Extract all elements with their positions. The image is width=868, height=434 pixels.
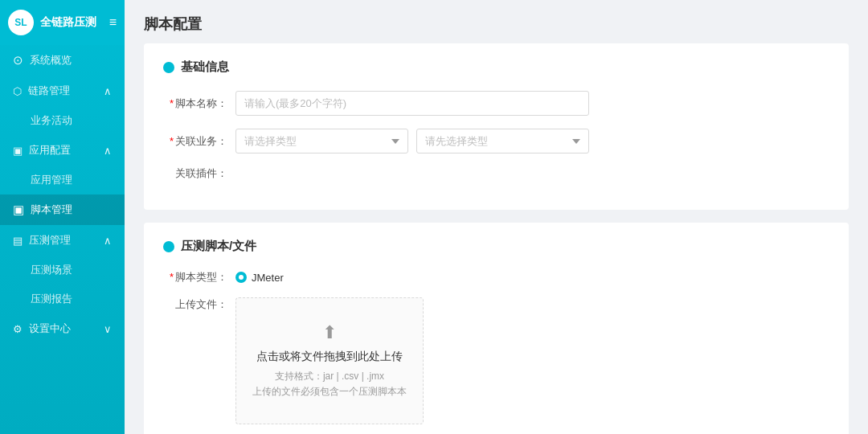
sidebar-item-settings[interactable]: ⚙ 设置中心 ∨ — [0, 313, 125, 344]
script-name-row: 脚本名称： — [163, 91, 829, 116]
sidebar-item-app-mgmt[interactable]: 应用管理 — [0, 166, 125, 194]
sidebar-item-overview[interactable]: ⊙ 系统概览 — [0, 45, 125, 76]
page-title: 脚本配置 — [125, 0, 868, 43]
chevron-down-icon: ∨ — [104, 323, 112, 335]
script-type-row: 脚本类型： JMeter — [163, 270, 829, 285]
script-type-value: JMeter — [252, 272, 284, 284]
sidebar-item-label: 系统概览 — [30, 53, 72, 68]
script-type-label: 脚本类型： — [163, 270, 235, 285]
upload-main-text: 点击或将文件拖拽到此处上传 — [252, 350, 407, 364]
basic-info-title: 基础信息 — [163, 59, 829, 75]
select-group: 请选择类型 请先选择类型 — [235, 129, 589, 154]
sidebar: SL 全链路压测 ≡ ⊙ 系统概览 ⬡ 链路管理 ∧ 业务活动 ▣ 应用配置 ∧… — [0, 0, 125, 434]
upload-icon: ⬆ — [252, 322, 407, 343]
sidebar-item-stress-scene[interactable]: 压测场景 — [0, 256, 125, 285]
sidebar-item-label: 应用配置 — [29, 143, 71, 158]
script-icon: ▣ — [13, 203, 24, 217]
sidebar-item-stress-report[interactable]: 压测报告 — [0, 285, 125, 313]
biz-select-2[interactable]: 请先选择类型 — [416, 129, 589, 154]
app-config-icon: ▣ — [13, 145, 23, 157]
sidebar-title: 全链路压测 — [40, 15, 96, 30]
sidebar-item-business[interactable]: 业务活动 — [0, 106, 125, 135]
upload-label: 上传文件： — [163, 297, 235, 312]
upload-area[interactable]: ⬆ 点击或将文件拖拽到此处上传 支持格式：jar | .csv | .jmx 上… — [235, 297, 424, 424]
section-dot — [163, 62, 174, 73]
sidebar-sub-label: 压测报告 — [31, 293, 72, 305]
sidebar-sub-label: 压测场景 — [31, 264, 72, 276]
sidebar-item-script-mgmt[interactable]: ▣ 脚本管理 — [0, 194, 125, 225]
sidebar-sub-label: 业务活动 — [31, 114, 72, 126]
upload-row: 上传文件： ⬆ 点击或将文件拖拽到此处上传 支持格式：jar | .csv | … — [163, 297, 829, 424]
script-name-input[interactable] — [235, 91, 589, 116]
overview-icon: ⊙ — [13, 53, 23, 68]
upload-sub-text-2: 上传的文件必须包含一个压测脚本本 — [252, 384, 407, 399]
stress-icon: ▤ — [13, 235, 23, 247]
upload-sub-text-1: 支持格式：jar | .csv | .jmx — [252, 369, 407, 384]
sidebar-item-label: 设置中心 — [29, 321, 71, 336]
script-type-radio-group: JMeter — [235, 272, 284, 284]
sidebar-item-chain[interactable]: ⬡ 链路管理 ∧ — [0, 76, 125, 106]
sidebar-sub-label: 应用管理 — [31, 174, 72, 186]
basic-info-section: 基础信息 脚本名称： 关联业务： 请选择类型 请先选择类型 关联插件： — [144, 43, 849, 210]
settings-icon: ⚙ — [13, 323, 23, 335]
stress-script-section: 压测脚本/文件 脚本类型： JMeter 上传文件： ⬆ 点击或将文件拖拽到此处… — [144, 223, 849, 434]
chevron-up-icon: ∧ — [104, 85, 112, 97]
sidebar-item-app-config[interactable]: ▣ 应用配置 ∧ — [0, 135, 125, 166]
main-content: 脚本配置 基础信息 脚本名称： 关联业务： 请选择类型 请先选择类型 — [125, 0, 868, 434]
sidebar-header: SL 全链路压测 ≡ — [0, 0, 125, 45]
logo: SL — [8, 10, 34, 35]
sidebar-item-label: 压测管理 — [29, 233, 71, 248]
content-area: 基础信息 脚本名称： 关联业务： 请选择类型 请先选择类型 关联插件： — [125, 43, 868, 434]
sidebar-item-label: 脚本管理 — [31, 203, 72, 217]
section-dot-2 — [163, 241, 174, 252]
related-biz-label: 关联业务： — [163, 134, 235, 149]
chain-icon: ⬡ — [13, 85, 22, 97]
sidebar-item-stress-mgmt[interactable]: ▤ 压测管理 ∧ — [0, 225, 125, 256]
stress-script-title: 压测脚本/文件 — [163, 239, 829, 254]
chevron-up-icon: ∧ — [104, 235, 112, 247]
plugin-row: 关联插件： — [163, 166, 829, 181]
biz-select-1[interactable]: 请选择类型 — [235, 129, 408, 154]
menu-toggle-icon[interactable]: ≡ — [109, 15, 117, 30]
related-biz-row: 关联业务： 请选择类型 请先选择类型 — [163, 129, 829, 154]
script-name-label: 脚本名称： — [163, 96, 235, 111]
chevron-up-icon: ∧ — [104, 145, 112, 157]
radio-selected-icon[interactable] — [235, 272, 247, 283]
sidebar-item-label: 链路管理 — [28, 84, 70, 98]
plugin-label: 关联插件： — [163, 166, 235, 181]
